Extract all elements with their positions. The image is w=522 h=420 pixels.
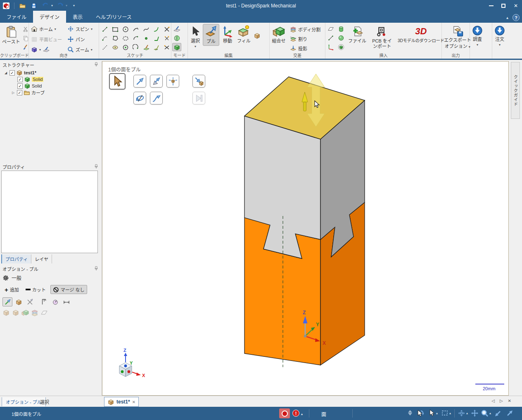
save-button[interactable] [29, 2, 38, 10]
split-button[interactable]: 割り [289, 34, 322, 43]
fill-tool-button[interactable]: フィル [236, 24, 252, 45]
sweep-button[interactable] [150, 92, 163, 104]
warning-dropdown[interactable]: ▴ [301, 412, 303, 416]
collapse-ribbon-button[interactable]: ▴ [506, 15, 508, 20]
quick-guide-tab[interactable]: クイックガイド [511, 62, 520, 119]
sketch-split-tool[interactable] [162, 34, 172, 43]
sketch-polygon-tool[interactable] [110, 34, 120, 43]
sketch-fill-region-tool[interactable] [141, 43, 151, 52]
home-view-button[interactable]: ホーム▾ [30, 24, 66, 34]
order-button[interactable]: 注文 ▾ [493, 24, 506, 48]
pull-up-to-button[interactable] [192, 75, 205, 88]
insert-file-button[interactable]: ファイル [347, 24, 368, 45]
pull-direction-option[interactable] [2, 297, 12, 306]
pull-tool-button[interactable]: プル [203, 24, 219, 46]
sketch-circle-tool[interactable] [121, 25, 130, 33]
sketch-delete-tool[interactable] [162, 43, 172, 52]
spin-tool-status-button[interactable]: ▴ [458, 409, 468, 417]
select-previous-button[interactable] [416, 409, 425, 418]
pull-no-split-option[interactable] [25, 297, 35, 306]
measure-angle-option[interactable] [50, 297, 60, 306]
solid-mode-button[interactable] [172, 43, 181, 51]
help-icon[interactable]: ? [513, 14, 520, 21]
pull-direction-button[interactable] [133, 75, 146, 88]
minimize-button[interactable] [485, 0, 497, 11]
inspect-button[interactable]: 調査 ▾ [471, 24, 484, 48]
tab-properties[interactable]: プロパティ [1, 254, 31, 263]
close-document-icon[interactable]: ✕ [132, 400, 135, 404]
pan-button[interactable]: パン [66, 34, 99, 44]
warning-icon[interactable]: ! [292, 410, 299, 417]
maximize-button[interactable] [497, 0, 510, 11]
view-orientation-cube[interactable]: Z Y X [119, 348, 145, 378]
tab-list-close-button[interactable]: ✕ [508, 399, 511, 403]
close-button[interactable]: ✕ [510, 0, 522, 11]
select-tool-status-button[interactable]: ▴ [428, 409, 438, 417]
measure-caliper-option[interactable] [39, 297, 49, 306]
project-button[interactable]: 投影 [289, 44, 322, 53]
tab-help[interactable]: ヘルプ/リソース [89, 11, 138, 23]
select-face-button[interactable] [109, 73, 126, 90]
tab-scroll-right-button[interactable]: ▷ [500, 399, 503, 403]
sketch-mode-button[interactable] [172, 25, 181, 33]
split-body-button[interactable]: ボディ分割 [289, 25, 322, 34]
tab-select[interactable]: 選択 [36, 397, 53, 406]
combine-button[interactable]: 組合せ [270, 24, 287, 45]
sketch-circle-point-tool[interactable] [121, 43, 130, 52]
tab-design[interactable]: デザイン [33, 11, 66, 23]
sketch-trim-tool[interactable] [162, 25, 172, 33]
pin-icon[interactable] [93, 62, 99, 68]
undo-button[interactable] [41, 2, 50, 10]
zoom-in-arrow-button[interactable] [505, 409, 514, 418]
download-3d-model-button[interactable]: 3D 3Dモデルのダウンロード [396, 24, 446, 45]
move-tool-button[interactable]: 移動 [220, 24, 235, 45]
sketch-point-tool[interactable] [141, 34, 151, 43]
export-options-button[interactable]: エクスポート オプション ▾ [443, 24, 472, 50]
tab-file[interactable]: ファイル [0, 11, 33, 23]
value-spinner[interactable] [408, 410, 412, 415]
checkbox-checked[interactable]: ✓ [17, 77, 23, 82]
sketch-spline-tool[interactable] [141, 25, 151, 33]
sketch-tangent-line-tool[interactable] [100, 34, 110, 43]
insert-cylinder-button[interactable] [337, 25, 346, 33]
insert-plane-button[interactable] [326, 25, 335, 33]
sketch-sweep-arc-tool[interactable] [131, 34, 141, 43]
paste-button[interactable]: ペースト [1, 24, 21, 51]
select-tool-button[interactable]: 選択 ▾ [189, 24, 202, 50]
zoom-tool-status-button[interactable]: ▴ [481, 409, 491, 417]
sketch-bend-tool[interactable] [152, 34, 161, 43]
insert-axes-button[interactable] [326, 43, 335, 51]
tree-row-solid1[interactable]: ✓ Solid [0, 76, 102, 83]
insert-line-button[interactable] [326, 34, 335, 42]
box-select-button[interactable]: ▴ [441, 409, 451, 417]
sketch-construction-line-tool[interactable] [100, 43, 110, 52]
sketch-fillet-tool[interactable] [152, 25, 161, 33]
redo-button[interactable] [55, 2, 64, 10]
pan-tool-status-button[interactable] [471, 409, 479, 417]
sketch-offset-tool[interactable] [152, 43, 161, 52]
blend-tool-button[interactable] [253, 31, 262, 40]
tab-layers[interactable]: レイヤ [31, 254, 52, 263]
tab-view[interactable]: 表示 [66, 11, 89, 23]
customize-quick-access-dropdown[interactable]: ▾ [73, 4, 75, 7]
expander-open-icon[interactable]: ◢ [3, 71, 8, 75]
pull-both-sides-option[interactable] [14, 297, 24, 306]
expander-closed-icon[interactable]: ▷ [11, 91, 16, 95]
sketch-line-tool[interactable] [100, 25, 110, 33]
viewport-3d[interactable]: Z Y X Z Y X [102, 61, 509, 396]
open-file-button[interactable] [18, 2, 27, 10]
tree-row-root[interactable]: ◢ ✓ test1* [0, 69, 102, 76]
spin-button[interactable]: スピン▾ [66, 24, 99, 34]
sketch-rectangle-tool[interactable] [110, 25, 120, 33]
pull-handle-arrow-shaft[interactable] [304, 102, 306, 111]
properties-grid[interactable] [1, 171, 98, 253]
pin-icon[interactable] [93, 164, 99, 170]
pull-no-merge-option[interactable]: マージ なし [50, 285, 87, 294]
tree-row-solid2[interactable]: ✓ Solid [0, 83, 102, 89]
options-general-row[interactable]: 一般 [2, 274, 21, 281]
pivot-edge-button[interactable] [150, 75, 163, 88]
import-pcb-button[interactable]: PCB をインポート [369, 24, 395, 50]
checkbox-checked[interactable]: ✓ [17, 90, 22, 95]
pin-icon[interactable] [93, 266, 99, 272]
undo-dropdown[interactable]: ▾ [51, 4, 53, 7]
